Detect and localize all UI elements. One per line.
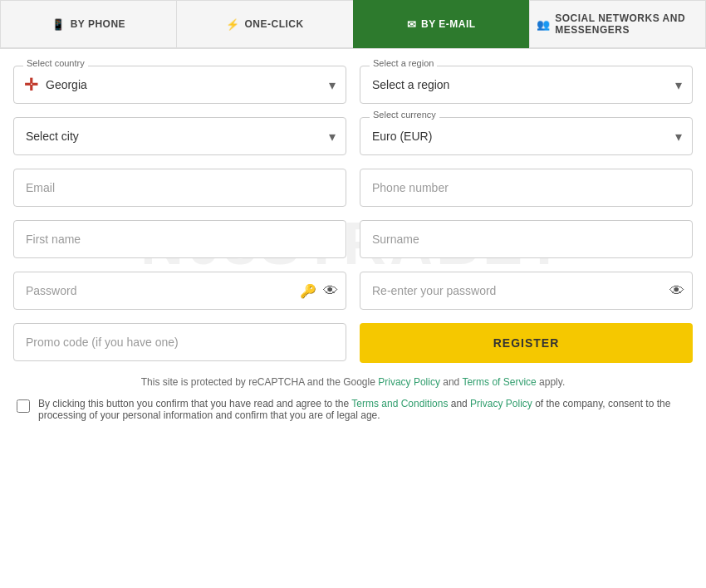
row-country-region: Select country ✛ Georgia United States U… (13, 66, 693, 104)
region-label: Select a region (370, 58, 437, 68)
agreement-row: By clicking this button you confirm that… (13, 398, 693, 421)
country-col: Select country ✛ Georgia United States U… (13, 66, 346, 104)
agreement-text-before: By clicking this button you confirm that… (38, 398, 351, 409)
repassword-icons: 👁 (669, 282, 684, 300)
region-col: Select a region Select a region Tbilisi … (360, 66, 693, 104)
firstname-input[interactable] (13, 220, 346, 258)
agreement-privacy-link[interactable]: Privacy Policy (470, 398, 532, 409)
tab-one-click-label: ONE-CLICK (245, 18, 304, 30)
city-col: Select city Tbilisi Batumi ▾ (13, 117, 346, 155)
city-select[interactable]: Select city Tbilisi Batumi (14, 118, 346, 154)
phone-col (360, 169, 693, 207)
agreement-text: By clicking this button you confirm that… (38, 398, 689, 421)
region-select[interactable]: Select a region Tbilisi Batumi (360, 66, 692, 103)
region-select-wrapper: Select a region Tbilisi Batumi ▾ (360, 66, 693, 104)
row-email-phone (13, 169, 693, 207)
country-select[interactable]: Georgia United States United Kingdom (14, 66, 346, 103)
agreement-checkbox[interactable] (17, 399, 30, 413)
privacy-policy-link[interactable]: Privacy Policy (378, 376, 440, 388)
repassword-col: 👁 (360, 272, 693, 310)
tab-bar: 📱 BY PHONE ⚡ ONE-CLICK ✉ BY E-MAIL 👥 SOC… (0, 0, 706, 49)
city-select-wrapper: Select city Tbilisi Batumi ▾ (13, 117, 346, 155)
currency-select-wrapper: Euro (EUR) US Dollar (USD) British Pound… (360, 117, 693, 155)
repassword-input[interactable] (360, 272, 693, 310)
recaptcha-and: and (443, 376, 462, 388)
tab-by-phone[interactable]: 📱 BY PHONE (0, 0, 176, 48)
phone-input[interactable] (360, 169, 693, 207)
password-col: 🔑 👁 (13, 272, 346, 310)
recaptcha-apply: apply. (539, 376, 565, 388)
register-button[interactable]: REGISTER (360, 323, 693, 363)
row-city-currency: Select city Tbilisi Batumi ▾ Select curr… (13, 117, 693, 155)
row-passwords: 🔑 👁 👁 (13, 272, 693, 310)
country-label: Select country (23, 58, 88, 68)
terms-of-service-link[interactable]: Terms of Service (462, 376, 536, 388)
country-select-wrapper: ✛ Georgia United States United Kingdom ▾ (13, 66, 346, 104)
register-col: REGISTER (360, 323, 693, 363)
agreement-terms-link[interactable]: Terms and Conditions (351, 398, 448, 409)
email-input[interactable] (13, 169, 346, 207)
phone-icon: 📱 (51, 18, 66, 31)
eye-slash-icon-2[interactable]: 👁 (669, 282, 684, 300)
password-input[interactable] (13, 272, 346, 310)
promo-input[interactable] (13, 323, 346, 361)
recaptcha-notice: This site is protected by reCAPTCHA and … (13, 376, 693, 388)
promo-col (13, 323, 346, 363)
email-col (13, 169, 346, 207)
lightning-icon: ⚡ (226, 18, 240, 31)
tab-by-email-label: BY E-MAIL (421, 18, 476, 30)
registration-form: N08STRABET Select country ✛ Georgia Unit… (0, 49, 706, 438)
row-name-surname (13, 220, 693, 258)
password-icons: 🔑 👁 (300, 282, 338, 300)
password-wrapper: 🔑 👁 (13, 272, 346, 310)
tab-by-email[interactable]: ✉ BY E-MAIL (353, 0, 529, 48)
tab-social-label: SOCIAL NETWORKS AND MESSENGERS (555, 12, 699, 36)
currency-select[interactable]: Euro (EUR) US Dollar (USD) British Pound… (360, 118, 692, 154)
currency-label: Select currency (370, 110, 439, 120)
surname-col (360, 220, 693, 258)
social-icon: 👥 (537, 18, 551, 31)
recaptcha-text: This site is protected by reCAPTCHA and … (141, 376, 378, 388)
currency-col: Select currency Euro (EUR) US Dollar (US… (360, 117, 693, 155)
firstname-col (13, 220, 346, 258)
tab-by-phone-label: BY PHONE (71, 18, 125, 30)
repassword-wrapper: 👁 (360, 272, 693, 310)
row-promo-register: REGISTER (13, 323, 693, 363)
agreement-text-middle: and (448, 398, 470, 409)
tab-one-click[interactable]: ⚡ ONE-CLICK (176, 0, 352, 48)
surname-input[interactable] (360, 220, 693, 258)
eye-slash-icon[interactable]: 👁 (323, 282, 338, 300)
key-icon[interactable]: 🔑 (300, 283, 316, 299)
tab-social[interactable]: 👥 SOCIAL NETWORKS AND MESSENGERS (529, 0, 706, 48)
email-icon: ✉ (407, 18, 417, 31)
